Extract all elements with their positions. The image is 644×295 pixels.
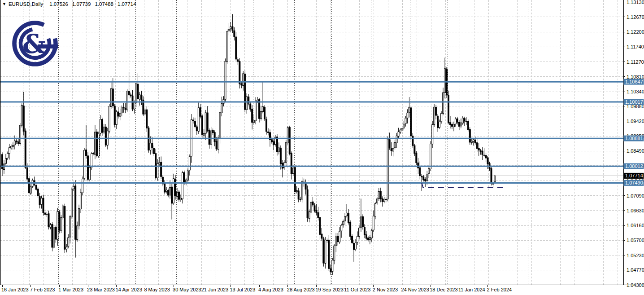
- candle-bearish: [137, 84, 139, 99]
- candle-bullish: [21, 106, 22, 125]
- candle-bearish: [207, 113, 208, 131]
- price-level-label: 1.10647: [625, 79, 643, 84]
- candle-bullish: [383, 199, 385, 202]
- candle-bullish: [205, 113, 206, 133]
- candle-bearish: [96, 132, 97, 156]
- candle-bullish: [230, 27, 231, 29]
- candle-bearish: [214, 132, 215, 142]
- chart-window[interactable]: 1.131301.126701.122001.117401.112701.108…: [0, 0, 644, 295]
- candle-bearish: [232, 26, 233, 30]
- candle-bullish: [50, 225, 51, 228]
- candle-bullish: [30, 187, 31, 194]
- candle-bullish: [341, 225, 342, 231]
- candle-bearish: [485, 155, 487, 158]
- candle-bearish: [16, 141, 17, 142]
- candle-bearish: [487, 158, 488, 164]
- candle-bearish: [366, 235, 367, 238]
- price-tick-label: 1.06630: [627, 208, 644, 213]
- candle-bearish: [464, 119, 465, 121]
- candle-bearish: [105, 127, 106, 145]
- price-level-label: 1.08881: [625, 136, 643, 141]
- date-tick-label: 19 Sep 2023: [315, 287, 343, 292]
- candle-bullish: [41, 198, 42, 205]
- candle-bearish: [25, 131, 26, 167]
- candle-bullish: [443, 92, 444, 113]
- candle-bullish: [221, 104, 222, 113]
- candle-bullish: [218, 138, 219, 150]
- candle-bearish: [476, 143, 478, 149]
- candle-bullish: [332, 260, 333, 271]
- date-tick-label: 24 Nov 2023: [401, 287, 429, 292]
- candle-bearish: [318, 213, 319, 218]
- candle-bullish: [57, 211, 58, 240]
- candle-bearish: [474, 140, 476, 143]
- quote-open: 1.07526: [49, 1, 68, 7]
- candle-bearish: [280, 148, 281, 163]
- candle-bearish: [141, 95, 142, 100]
- candle-bearish: [178, 192, 180, 199]
- candle-bearish: [437, 116, 439, 128]
- candle-bearish: [316, 210, 317, 212]
- candle-bullish: [14, 141, 15, 145]
- candle-bullish: [243, 74, 244, 86]
- date-tick-label: 7 Feb 2023: [30, 287, 55, 292]
- candle-bullish: [396, 136, 397, 143]
- candle-bullish: [121, 107, 122, 113]
- candle-bearish: [196, 127, 197, 131]
- candle-bearish: [291, 153, 292, 173]
- candle-bullish: [89, 167, 91, 180]
- candle-bearish: [164, 184, 165, 192]
- price-level-label: 1.07490: [625, 180, 643, 185]
- candle-bullish: [378, 191, 379, 198]
- candle-bearish: [312, 202, 313, 205]
- candle-bullish: [325, 240, 326, 264]
- date-tick-label: 18 Dec 2023: [430, 287, 457, 292]
- candle-bearish: [418, 163, 419, 168]
- date-tick-label: 2 Feb 2024: [487, 287, 512, 292]
- candle-bullish: [9, 148, 10, 154]
- candle-bearish: [457, 119, 458, 122]
- quote-high: 1.07739: [72, 1, 91, 7]
- candle-bearish: [171, 187, 173, 203]
- price-tick-label: 1.04300: [627, 282, 644, 288]
- candle-bearish: [235, 37, 237, 59]
- candlestick-chart[interactable]: 1.131301.126701.122001.117401.112701.108…: [0, 0, 644, 295]
- candle-bullish: [444, 69, 446, 93]
- candle-bearish: [183, 172, 185, 183]
- logo-ampersand: &: [22, 29, 46, 59]
- candle-bearish: [350, 222, 351, 237]
- candle-bearish: [289, 127, 290, 154]
- candle-bearish: [200, 108, 201, 116]
- candle-bullish: [203, 133, 205, 135]
- candle-bearish: [35, 185, 37, 189]
- date-tick-label: 28 Aug 2023: [287, 287, 315, 292]
- candle-bearish: [480, 151, 481, 152]
- candle-bullish: [371, 230, 372, 238]
- candle-bullish: [283, 163, 285, 168]
- candle-bullish: [400, 130, 401, 132]
- candle-bullish: [219, 112, 221, 137]
- candle-bullish: [246, 97, 248, 110]
- candle-bullish: [5, 159, 6, 164]
- candle-bearish: [314, 206, 315, 211]
- collapse-triangle-icon[interactable]: ▼: [2, 2, 6, 6]
- candle-bullish: [434, 107, 435, 125]
- candle-bullish: [225, 61, 226, 99]
- candle-bearish: [234, 31, 235, 36]
- candle-bearish: [146, 110, 148, 128]
- candle-bullish: [84, 150, 85, 179]
- candle-bearish: [391, 149, 392, 151]
- candle-bullish: [403, 124, 405, 128]
- candle-bearish: [264, 107, 265, 119]
- candle-bullish: [70, 217, 71, 237]
- candle-bullish: [262, 107, 264, 112]
- candle-bullish: [374, 203, 376, 216]
- candle-bullish: [428, 169, 430, 174]
- candle-bearish: [153, 148, 155, 154]
- candle-bearish: [328, 240, 330, 269]
- candle-bullish: [301, 181, 303, 199]
- candle-bearish: [75, 186, 76, 239]
- quote-low: 1.07488: [95, 1, 113, 7]
- price-tick-label: 1.13130: [627, 0, 644, 5]
- candle-bullish: [460, 123, 461, 126]
